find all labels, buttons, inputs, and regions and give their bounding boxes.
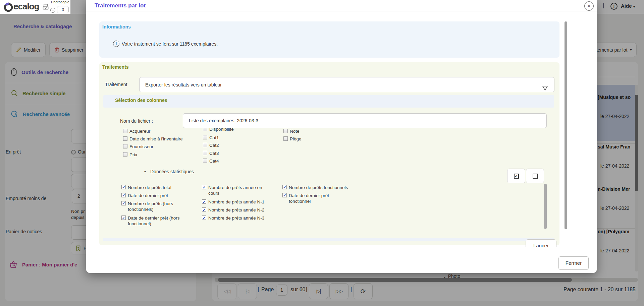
informations-heading: Informations [102, 24, 131, 29]
column-checkbox-row[interactable]: Cat2 [203, 142, 270, 148]
stat-checkbox-row[interactable]: ✓Date de dernier prêt [121, 193, 190, 198]
modal-scrollbar-thumb[interactable] [565, 21, 567, 229]
stat-checkbox-row[interactable]: ✓Nombre de prêts année N-1 [202, 199, 276, 205]
column-checkbox-row[interactable]: Cat1 [203, 135, 270, 140]
info-icon: ! [113, 41, 119, 47]
photocopy-count: 0 [57, 6, 69, 13]
checkbox-unchecked[interactable] [123, 144, 127, 148]
section-strip [103, 238, 554, 241]
treatment-select[interactable]: Exporter les résultats vers un tableur [139, 77, 554, 92]
column-checkbox-row[interactable]: Prix [123, 152, 197, 158]
dropdown-arrow-icon [541, 85, 549, 91]
checkbox-unchecked[interactable] [123, 136, 127, 141]
column-checkbox-row[interactable]: Piège [283, 136, 351, 142]
checkbox-unchecked[interactable] [203, 135, 207, 139]
checkbox-unchecked[interactable] [203, 151, 207, 155]
column-checkbox-row[interactable]: Cat3 [203, 150, 270, 156]
stat-checkbox-row[interactable]: ✓Nombre de prêts année en cours [202, 185, 271, 196]
checkbox-checked[interactable]: ✓ [202, 185, 206, 189]
checkbox-unchecked[interactable] [283, 136, 288, 141]
launch-button[interactable]: Lancer [526, 239, 556, 247]
info-message: Votre traitement se fera sur 1185 exempl… [122, 41, 218, 47]
stat-checkbox-row[interactable]: ✓Nombre de prêts (hors fonctionnels) [121, 201, 183, 212]
column-selection-heading: Sélection des colonnes [115, 98, 167, 103]
stat-checkbox-row[interactable]: ✓Date de dernier prêt fonctionnel [282, 193, 338, 204]
traitements-heading: Traitements [102, 64, 129, 70]
filename-label: Nom du fichier : [120, 118, 153, 124]
column-checkbox-row[interactable]: Fournisseur [123, 144, 197, 149]
brand-header: ecalog Photocopie − 0 [0, 0, 70, 14]
modal-title: Traitements par lot [95, 2, 146, 9]
stat-checkbox-row[interactable]: ✓Nombre de prêts fonctionnels [282, 185, 363, 190]
checkbox-checked[interactable]: ✓ [282, 185, 287, 189]
checkbox-checked[interactable]: ✓ [202, 199, 206, 204]
column-checkbox-row[interactable]: Acquéreur [123, 128, 197, 134]
select-all-button[interactable]: ✓ [507, 169, 525, 183]
checkbox-unchecked[interactable] [123, 152, 127, 157]
stat-checkbox-row[interactable]: ✓Nombre de prêts total [121, 185, 190, 190]
column-checkbox-row[interactable]: Note [283, 128, 351, 134]
batch-processing-modal: Traitements par lot ✕ Informations ! Vot… [86, 0, 597, 273]
modal-inner-scrollbar-thumb[interactable] [544, 184, 547, 229]
stats-heading: Données statistiques [150, 169, 194, 174]
column-checkbox-row[interactable]: Cat4 [203, 158, 270, 164]
application: | ! Aide ▾ Recherche & catalogage Modifi… [0, 0, 644, 306]
filename-input[interactable]: Liste des exemplaires_2026-03-3 [183, 113, 547, 128]
checkbox-unchecked[interactable] [203, 159, 207, 163]
unchecked-box-icon [533, 174, 538, 179]
decalog-logo-text: ecalog [13, 1, 39, 12]
stat-checkbox-row[interactable]: ✓Nombre de prêts année N-2 [202, 207, 276, 213]
checkbox-checked[interactable]: ✓ [121, 185, 126, 189]
checkbox-checked[interactable]: ✓ [202, 207, 206, 212]
checkbox-checked[interactable]: ✓ [282, 193, 287, 197]
checkbox-checked[interactable]: ✓ [202, 216, 206, 220]
column-checkbox-row[interactable]: Date de mise à l'inventaire [123, 136, 197, 142]
photocopier-icon [43, 4, 49, 11]
checkbox-unchecked[interactable] [283, 129, 288, 133]
bullet-icon: • [144, 169, 146, 174]
column-selection-strip [103, 95, 554, 108]
treatment-label: Traitement [105, 82, 127, 87]
checkbox-unchecked[interactable] [123, 129, 127, 133]
checked-box-icon: ✓ [514, 174, 519, 179]
checkbox-checked[interactable]: ✓ [121, 216, 126, 220]
launch-button-clipped: Lancer [526, 239, 556, 247]
stat-checkbox-row[interactable]: ✓Date de dernier prêt (hors fonctionnel) [121, 215, 189, 227]
deselect-all-button[interactable] [526, 169, 544, 183]
photocopy-minus-button[interactable]: − [50, 8, 55, 13]
decalog-logo-icon [3, 1, 14, 13]
checkbox-checked[interactable]: ✓ [121, 201, 126, 205]
checkbox-unchecked[interactable] [203, 143, 207, 147]
checkbox-checked[interactable]: ✓ [121, 193, 126, 197]
close-icon[interactable]: ✕ [584, 1, 594, 11]
close-modal-button[interactable]: Fermer [558, 256, 589, 270]
stat-checkbox-row[interactable]: ✓Nombre de prêts année N-3 [202, 215, 276, 221]
photocopy-label: Photocopie [51, 0, 69, 4]
informations-panel [99, 21, 559, 58]
